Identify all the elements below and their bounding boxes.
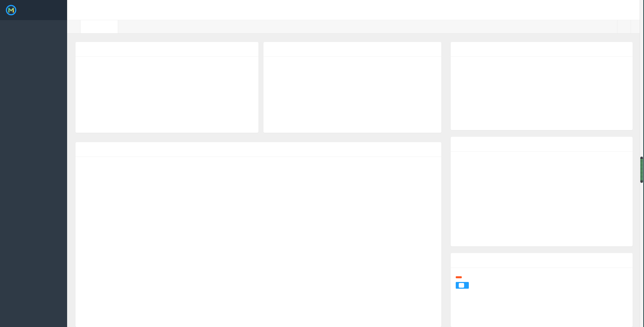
panel-header — [76, 142, 441, 157]
logo — [0, 0, 67, 20]
quick-entry-panel — [263, 42, 441, 133]
chart-legend — [76, 157, 441, 162]
page-content — [67, 34, 644, 327]
system-announcements-panel — [451, 42, 633, 130]
layui-mini-logo-icon — [5, 4, 17, 16]
top-panels-row — [76, 42, 441, 133]
version-info-panel — [451, 137, 633, 246]
content-right-column — [451, 42, 633, 327]
stat-cards-grid — [76, 57, 258, 66]
author-words-body — [451, 268, 633, 296]
report-line-chart — [76, 162, 441, 320]
panel-header — [76, 42, 258, 57]
author-line-2 — [456, 282, 628, 290]
report-statistics-panel — [76, 142, 441, 327]
join-qq-group-badge[interactable] — [456, 282, 469, 289]
data-statistics-panel — [76, 42, 258, 133]
chart-area — [76, 162, 441, 321]
active-tab-dot — [96, 25, 99, 28]
panel-header — [451, 137, 633, 152]
tab-scroll-right-button[interactable] — [617, 20, 631, 33]
panel-header — [451, 253, 633, 268]
panel-header — [263, 42, 441, 57]
scrollbar-thumb[interactable] — [640, 157, 643, 183]
sidebar — [0, 0, 67, 327]
menu-fold-button[interactable] — [67, 0, 97, 20]
main-area — [67, 0, 644, 327]
app-root — [0, 0, 644, 327]
panel-header — [451, 42, 633, 57]
tab-scroll-left-button[interactable] — [67, 20, 81, 33]
tab-home[interactable] — [81, 20, 118, 33]
author-words-panel — [451, 253, 633, 327]
page-scrollbar[interactable] — [640, 0, 643, 327]
content-left-column — [76, 42, 441, 327]
sidebar-menu — [0, 20, 67, 25]
page-tabbar — [67, 20, 644, 34]
layui-doc-badge[interactable] — [456, 276, 462, 278]
announcement-list — [451, 57, 633, 59]
top-navbar — [67, 0, 644, 20]
qq-emoji-icon — [459, 283, 464, 288]
quick-entry-grid — [263, 57, 441, 67]
